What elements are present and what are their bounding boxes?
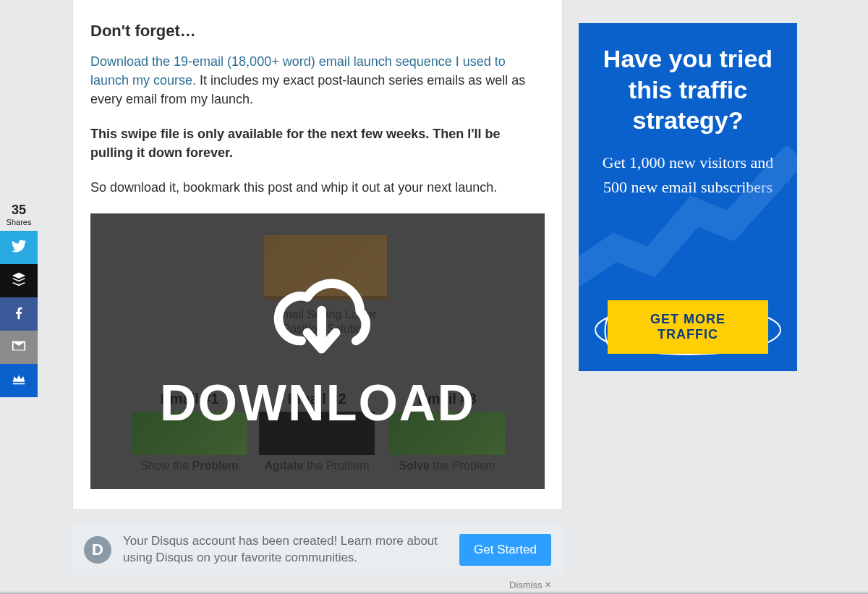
article-warning: This swipe file is only available for th…	[90, 124, 545, 162]
crown-icon	[11, 371, 27, 390]
article-warning-text: This swipe file is only available for th…	[90, 127, 500, 160]
bottom-shadow	[0, 591, 868, 594]
share-count: 35 Shares	[0, 201, 38, 231]
facebook-icon	[11, 305, 27, 323]
ad-cta-button[interactable]: GET MORE TRAFFIC	[608, 300, 768, 354]
ad-chart-icon	[579, 146, 797, 291]
twitter-icon	[11, 238, 27, 257]
disqus-logo-icon: D	[84, 536, 111, 564]
share-sumo-button[interactable]	[0, 364, 38, 397]
disqus-dismiss-link[interactable]: Dismiss ×	[509, 579, 551, 590]
ad-headline: Have you tried this traffic strategy?	[596, 43, 780, 136]
sidebar-ad[interactable]: Have you tried this traffic strategy? Ge…	[579, 23, 797, 371]
article-closing: So download it, bookmark this post and w…	[90, 178, 545, 197]
article-heading: Don't forget…	[90, 22, 545, 41]
mail-icon	[11, 338, 27, 357]
share-email-button[interactable]	[0, 331, 38, 364]
share-facebook-button[interactable]	[0, 297, 38, 331]
share-twitter-button[interactable]	[0, 231, 38, 264]
disqus-message: Your Disqus account has been created! Le…	[123, 533, 448, 567]
share-buffer-button[interactable]	[0, 264, 38, 297]
download-overlay: DOWNLOAD	[90, 213, 545, 489]
article-card: Don't forget… Download the 19-email (18,…	[72, 0, 563, 510]
buffer-icon	[11, 271, 27, 290]
download-hero[interactable]: Email Selling Lower Position Solution Em…	[90, 213, 545, 489]
disqus-banner: D Your Disqus account has been created! …	[72, 525, 563, 574]
share-rail: 35 Shares	[0, 201, 38, 397]
close-icon: ×	[545, 579, 551, 590]
download-word: DOWNLOAD	[160, 374, 475, 432]
article-intro: Download the 19-email (18,000+ word) ema…	[90, 52, 545, 109]
share-count-label: Shares	[0, 218, 38, 226]
cloud-download-icon	[263, 270, 372, 374]
disqus-get-started-button[interactable]: Get Started	[459, 534, 551, 566]
share-count-value: 35	[0, 203, 38, 218]
dismiss-label: Dismiss	[509, 580, 542, 590]
